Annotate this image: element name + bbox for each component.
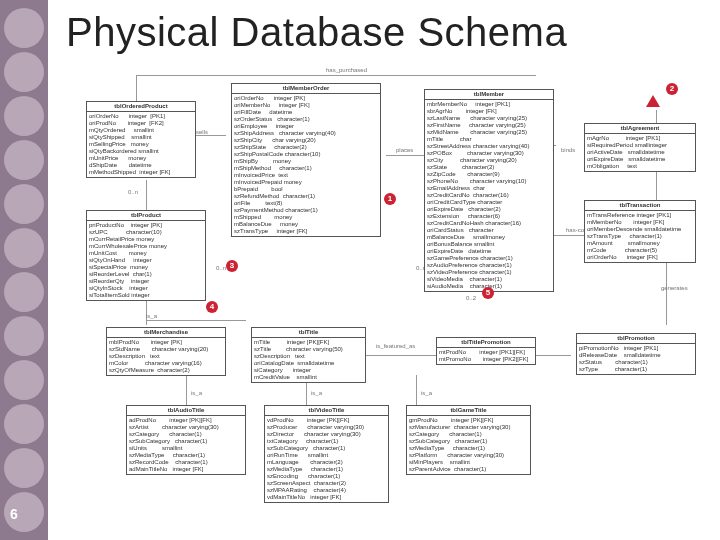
entity-fields: mTitle integer [PK][FK] szTitle characte…	[252, 338, 365, 382]
entity-video-title: tblVideoTitle vdProdNo integer [PK][FK] …	[264, 405, 389, 503]
entity-audio-title: tblAudioTitle adProdNo integer [PK][FK] …	[126, 405, 246, 475]
entity-product: tblProduct priProductNo integer [PK] szU…	[86, 210, 206, 301]
entity-title-promotion: tblTitlePromotion mtProdNo integer [PK1]…	[436, 337, 536, 365]
entity-fields: mblProdNo integer [PK] szStdName charact…	[107, 338, 225, 375]
dot-icon	[4, 316, 44, 356]
dot-icon	[4, 272, 44, 312]
entity-agreement: tblAgreement mAgrNo integer [PK1] siRequ…	[584, 123, 696, 172]
marker-4-icon: 4	[206, 301, 218, 313]
entity-member: tblMember mbrMemberNo integer [PK1] sbrA…	[424, 89, 554, 292]
entity-fields: priProductNo integer [PK] szUPC characte…	[87, 221, 205, 300]
entity-ordered-product: tblOrderedProduct oriOrderNo integer [PK…	[86, 101, 196, 178]
entity-title: tblTitle mTitle integer [PK][FK] szTitle…	[251, 327, 366, 383]
entity-header: tblTransaction	[585, 201, 695, 211]
entity-game-title: tblGameTitle gmProdNo integer [PK][FK] s…	[406, 405, 531, 475]
rel-has-purchased: has_purchased	[326, 67, 367, 73]
entity-fields: oriOrderNo integer [PK] oriMemberNo inte…	[232, 94, 380, 236]
er-diagram: has_purchased sells places binds has-con…	[66, 65, 698, 495]
marker-2-icon: 2	[666, 83, 678, 95]
rel-sells: sells	[196, 129, 208, 135]
card-0n: 0..n	[128, 189, 138, 195]
dot-icon	[4, 360, 44, 400]
entity-header: tblAudioTitle	[127, 406, 245, 416]
dot-icon	[4, 8, 44, 48]
dot-icon	[4, 448, 44, 488]
dot-icon	[4, 140, 44, 180]
entity-header: tblGameTitle	[407, 406, 530, 416]
entity-fields: mTransReference integer [PK1] mMemberNo …	[585, 211, 695, 262]
entity-header: tblTitle	[252, 328, 365, 338]
slide-title: Physical Database Schema	[48, 0, 720, 61]
connector-line	[386, 155, 426, 156]
decorative-dots-column	[0, 0, 48, 540]
connector-line	[416, 375, 417, 405]
entity-header: tblMerchandise	[107, 328, 225, 338]
entity-header: tblProduct	[87, 211, 205, 221]
connector-line	[186, 375, 187, 405]
marker-3-icon: 3	[226, 260, 238, 272]
entity-promotion: tblPromotion piPromotionNo integer [PK1]…	[576, 333, 696, 375]
dot-icon	[4, 404, 44, 444]
entity-transaction: tblTransaction mTransReference integer […	[584, 200, 696, 263]
entity-fields: oriOrderNo integer [PK1] oriProdNo integ…	[87, 112, 195, 177]
connector-line	[366, 355, 436, 356]
page-number: 6	[10, 506, 18, 522]
rel-is-a: is_a	[421, 390, 432, 396]
entity-header: tblAgreement	[585, 124, 695, 134]
rel-is-featured-as: is_featured_as	[376, 343, 415, 349]
connector-line	[656, 170, 657, 200]
rel-binds: binds	[561, 147, 575, 153]
entity-fields: mbrMemberNo integer [PK1] sbrAgrNo integ…	[425, 100, 553, 291]
dot-icon	[4, 52, 44, 92]
entity-fields: adProdNo integer [PK][FK] szArtist chara…	[127, 416, 245, 474]
entity-fields: gmProdNo integer [PK][FK] szManufacturer…	[407, 416, 530, 474]
card-0n: 0..n	[216, 265, 226, 271]
entity-header: tblTitlePromotion	[437, 338, 535, 348]
connector-line	[146, 320, 246, 321]
rel-is-a: is_a	[311, 390, 322, 396]
marker-1-icon: 1	[384, 193, 396, 205]
slide: Physical Database Schema 6 has_purchased…	[0, 0, 720, 540]
entity-fields: mAgrNo integer [PK1] siRequiredPeriod sm…	[585, 134, 695, 171]
entity-member-order: tblMemberOrder oriOrderNo integer [PK] o…	[231, 83, 381, 237]
entity-header: tblMemberOrder	[232, 84, 380, 94]
entity-header: tblPromotion	[577, 334, 695, 344]
connector-line	[136, 75, 536, 76]
entity-fields: mtProdNo integer [PK1][FK] mtPromoNo int…	[437, 348, 535, 364]
rel-places: places	[396, 147, 413, 153]
dot-icon	[4, 228, 44, 268]
dot-icon	[4, 96, 44, 136]
entity-header: tblVideoTitle	[265, 406, 388, 416]
rel-is-a: is_a	[146, 313, 157, 319]
entity-header: tblOrderedProduct	[87, 102, 195, 112]
entity-fields: piPromotionNo integer [PK1] dReleaseDate…	[577, 344, 695, 374]
connector-line	[146, 180, 147, 210]
card-02: 0..2	[466, 295, 476, 301]
entity-merchandise: tblMerchandise mblProdNo integer [PK] sz…	[106, 327, 226, 376]
dot-icon	[4, 184, 44, 224]
rel-generates: generates	[661, 285, 688, 291]
triangle-icon	[646, 95, 660, 107]
marker-5-icon: 5	[482, 287, 494, 299]
entity-header: tblMember	[425, 90, 553, 100]
rel-is-a: is_a	[191, 390, 202, 396]
entity-fields: vdProdNo integer [PK][FK] szProducer cha…	[265, 416, 388, 502]
